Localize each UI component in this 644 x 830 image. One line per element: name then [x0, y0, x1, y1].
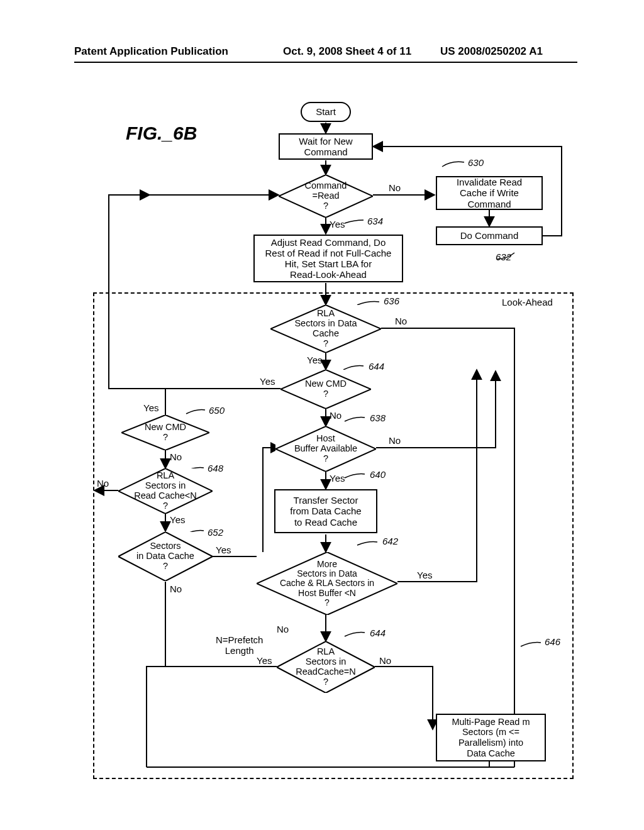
lbl-hostbuf-no: No [389, 435, 401, 446]
ref-638: 638 [370, 412, 386, 423]
lbl-rla-data-no: No [395, 316, 407, 326]
node-wait: Wait for New Command [279, 133, 373, 160]
lbl-more-no: No [277, 624, 289, 634]
flowchart-canvas: Start Wait for New Command Command =Read… [74, 94, 577, 786]
lbl-rlaless-no: No [97, 478, 109, 489]
lbl-cmdread-no: No [389, 182, 401, 193]
lbl-newcmd650-yes: Yes [143, 402, 158, 413]
header-rule [74, 62, 577, 63]
ref-636: 636 [384, 296, 399, 306]
lbl-secdc-yes: Yes [216, 545, 231, 555]
header-middle: Oct. 9, 2008 Sheet 4 of 11 [283, 45, 411, 58]
node-rla-in-data: RLA Sectors in Data Cache ? [270, 305, 381, 353]
lbl-newcmd644-yes: Yes [260, 376, 275, 387]
lbl-cmdread-yes: Yes [330, 219, 345, 230]
node-multipage: Multi-Page Read m Sectors (m <= Parallel… [436, 714, 546, 761]
node-more-sectors: More Sectors in Data Cache & RLA Sectors… [257, 552, 397, 615]
node-command-read: Command =Read ? [279, 175, 373, 218]
lbl-hostbuf-yes: Yes [330, 473, 345, 484]
lbl-newcmd644-no: No [330, 410, 341, 421]
node-rla-eq-n: RLA Sectors in ReadCache=N ? [277, 641, 375, 693]
ref-652: 652 [208, 527, 223, 538]
node-new-cmd-644: New CMD ? [280, 370, 371, 409]
lbl-rlaless-yes: Yes [170, 514, 185, 525]
ref-650: 650 [209, 405, 225, 416]
ref-630: 630 [468, 157, 484, 168]
ref-644a: 644 [369, 361, 384, 372]
lbl-newcmd650-no: No [170, 451, 182, 462]
ref-648: 648 [208, 463, 223, 473]
node-host-buffer: Host Buffer Available ? [275, 426, 376, 472]
header-left: Patent Application Publication [74, 45, 228, 58]
ref-644b: 644 [370, 628, 386, 638]
node-sectors-in-dc: Sectors in Data Cache ? [118, 532, 213, 581]
node-new-cmd-650: New CMD ? [121, 415, 209, 450]
node-invalidate: Invalidate Read Cache if Write Command [436, 176, 543, 210]
lbl-rlaeqn-no: No [379, 655, 391, 666]
header-right: US 2008/0250202 A1 [440, 45, 543, 58]
node-rla-less-n: RLA Sectors in Read Cache<N ? [118, 468, 213, 514]
lookahead-label: Look-Ahead [502, 297, 553, 307]
ref-640: 640 [370, 469, 386, 480]
ref-632: 632 [496, 252, 511, 262]
n-prefetch-label: N=Prefetch Length [216, 624, 263, 656]
lbl-rla-data-yes: Yes [307, 355, 322, 365]
node-adjust: Adjust Read Command, Do Rest of Read if … [253, 235, 403, 282]
node-start: Start [301, 102, 351, 122]
lbl-secdc-no: No [170, 584, 182, 594]
ref-634: 634 [367, 216, 383, 226]
ref-646: 646 [545, 636, 560, 647]
ref-642: 642 [382, 536, 398, 546]
lbl-more-yes: Yes [417, 570, 432, 580]
node-transfer: Transfer Sector from Data Cache to Read … [274, 489, 377, 533]
node-do-command: Do Command [436, 226, 543, 245]
lbl-rlaeqn-yes: Yes [257, 655, 272, 666]
